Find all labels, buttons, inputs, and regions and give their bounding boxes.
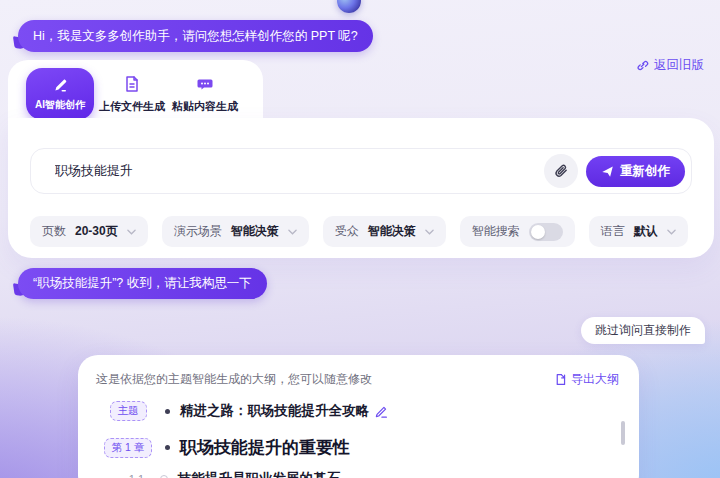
chapter-title[interactable]: 职场技能提升的重要性 — [180, 436, 350, 459]
outline-hint: 这是依据您的主题智能生成的大纲，您可以随意修改 — [96, 371, 372, 388]
prompt-input[interactable] — [55, 164, 544, 179]
assistant-ack-bubble: “职场技能提升”? 收到，请让我构思一下 — [18, 268, 267, 299]
pages-value: 20-30页 — [75, 223, 118, 240]
outline-sub-row: 1.1 技能提升是职业发展的基石 — [78, 470, 639, 478]
export-outline-link[interactable]: 导出大纲 — [554, 371, 619, 388]
language-select[interactable]: 语言 默认 — [589, 216, 688, 247]
smart-search-option: 智能搜索 — [460, 216, 575, 247]
prompt-field: 重新创作 — [30, 148, 692, 194]
chevron-down-icon — [425, 229, 434, 235]
chapter-badge: 第 1 章 — [104, 438, 153, 458]
scene-label: 演示场景 — [174, 223, 222, 240]
chevron-down-icon — [288, 229, 297, 235]
export-icon — [554, 373, 567, 386]
tab-upload-file[interactable]: 上传文件生成 — [92, 72, 172, 116]
outline-theme-row: 主题 精进之路：职场技能提升全攻略 — [78, 401, 639, 421]
bullet-dot — [165, 445, 170, 450]
paperclip-icon — [553, 163, 569, 179]
link-icon — [636, 59, 649, 72]
assistant-greeting-bubble: Hi，我是文多多创作助手，请问您想怎样创作您的 PPT 呢? — [18, 20, 373, 52]
theme-title[interactable]: 精进之路：职场技能提升全攻略 — [180, 402, 369, 420]
chevron-down-icon — [667, 229, 676, 235]
outline-scrollbar[interactable] — [621, 421, 625, 445]
scene-select[interactable]: 演示场景 智能决策 — [162, 216, 309, 247]
pen-icon — [52, 77, 68, 93]
creation-panel: 重新创作 页数 20-30页 演示场景 智能决策 受众 智能决策 智能搜索 — [8, 118, 714, 258]
paste-chat-icon — [196, 75, 214, 93]
file-icon — [123, 75, 141, 93]
audience-select[interactable]: 受众 智能决策 — [323, 216, 446, 247]
user-skip-bubble: 跳过询问直接制作 — [581, 317, 705, 344]
tab-label: AI智能创作 — [35, 98, 85, 112]
bullet-dot — [165, 409, 170, 414]
pages-select[interactable]: 页数 20-30页 — [30, 216, 148, 247]
smart-search-label: 智能搜索 — [472, 223, 520, 240]
outline-panel: 这是依据您的主题智能生成的大纲，您可以随意修改 导出大纲 主题 精进之路：职场技… — [78, 355, 639, 478]
pages-label: 页数 — [42, 223, 66, 240]
send-icon — [601, 165, 614, 178]
app-logo — [337, 0, 361, 13]
language-label: 语言 — [601, 223, 625, 240]
back-link-label: 返回旧版 — [654, 57, 704, 74]
sub-item-number: 1.1 — [124, 473, 144, 478]
outline-body: 主题 精进之路：职场技能提升全攻略 第 1 章 职场技能提升的重要性 1.1 技… — [78, 401, 639, 478]
attach-button[interactable] — [544, 154, 578, 188]
edit-pencil-icon[interactable] — [375, 405, 388, 418]
outline-chapter-row: 第 1 章 职场技能提升的重要性 — [78, 436, 639, 459]
tab-paste-content[interactable]: 粘贴内容生成 — [165, 72, 245, 116]
audience-label: 受众 — [335, 223, 359, 240]
generation-mode-tabs: AI智能创作 上传文件生成 粘贴内容生成 — [8, 60, 263, 118]
chevron-down-icon — [127, 229, 136, 235]
toggle-knob — [531, 225, 545, 239]
recreate-button-label: 重新创作 — [620, 163, 670, 180]
back-to-old-version-link[interactable]: 返回旧版 — [636, 57, 704, 74]
tab-label: 上传文件生成 — [99, 99, 165, 114]
outline-header: 这是依据您的主题智能生成的大纲，您可以随意修改 导出大纲 — [78, 355, 639, 388]
export-outline-label: 导出大纲 — [571, 371, 619, 388]
scene-value: 智能决策 — [231, 223, 279, 240]
theme-badge: 主题 — [110, 401, 147, 421]
tab-label: 粘贴内容生成 — [172, 99, 238, 114]
audience-value: 智能决策 — [368, 223, 416, 240]
sub-item-title[interactable]: 技能提升是职业发展的基石 — [178, 470, 340, 478]
language-value: 默认 — [634, 223, 658, 240]
smart-search-toggle[interactable] — [529, 223, 563, 241]
tab-ai-create[interactable]: AI智能创作 — [26, 68, 94, 120]
generation-options: 页数 20-30页 演示场景 智能决策 受众 智能决策 智能搜索 语言 — [30, 216, 688, 247]
recreate-button[interactable]: 重新创作 — [586, 156, 685, 187]
